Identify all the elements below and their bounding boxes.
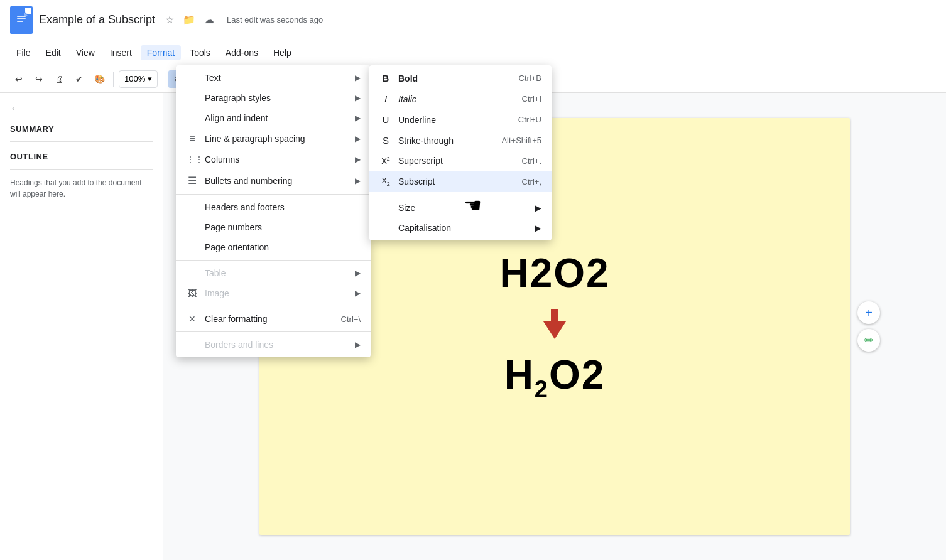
- format-menu-item-clear-formatting[interactable]: ✕ Clear formatting Ctrl+\: [176, 309, 371, 329]
- bold-label: Bold: [398, 73, 418, 83]
- borders-arrow: ▶: [355, 340, 361, 349]
- image-arrow: ▶: [355, 289, 361, 298]
- size-left: Size: [379, 203, 415, 213]
- underline-left: U Underline: [379, 114, 436, 125]
- subscript-left: X2 Subscript: [379, 176, 435, 187]
- cloud-icon[interactable]: ☁: [204, 14, 214, 26]
- image-icon: 🖼: [186, 288, 198, 298]
- underline-icon: U: [379, 114, 392, 125]
- columns-icon: ⋮⋮: [186, 154, 198, 164]
- strikethrough-left: S Strike-through: [379, 135, 454, 146]
- spellcheck-button[interactable]: ✔: [70, 70, 88, 88]
- align-indent-arrow: ▶: [355, 114, 361, 122]
- menu-format[interactable]: Format: [141, 45, 181, 60]
- page-numbers-label: Page numbers: [205, 222, 262, 232]
- paint-format-button[interactable]: 🎨: [90, 70, 108, 88]
- underline-shortcut: Ctrl+U: [518, 115, 541, 124]
- toolbar-divider-2: [163, 72, 163, 87]
- bullets-label: Bullets and numbering: [205, 176, 292, 186]
- format-menu-item-paragraph-styles[interactable]: Paragraph styles ▶: [176, 88, 371, 108]
- text-menu-item-capitalisation[interactable]: Capitalisation ▶: [369, 218, 552, 238]
- format-menu-item-page-numbers[interactable]: Page numbers: [176, 217, 371, 237]
- capitalisation-label: Capitalisation: [398, 223, 451, 233]
- text-menu-item-italic[interactable]: I Italic Ctrl+I: [369, 89, 552, 109]
- format-menu-item-line-spacing[interactable]: ≡ Line & paragraph spacing ▶: [176, 128, 371, 149]
- size-label: Size: [398, 203, 415, 213]
- text-menu-item-subscript[interactable]: X2 Subscript Ctrl+,: [369, 171, 552, 192]
- text-menu-item-size[interactable]: Size ▶: [369, 198, 552, 218]
- sidebar-divider-2: [10, 169, 153, 170]
- subscript-shortcut: Ctrl+,: [522, 177, 541, 186]
- menu-insert[interactable]: Insert: [104, 45, 138, 60]
- italic-label: Italic: [398, 94, 416, 104]
- bullets-left: ☰ Bullets and numbering: [186, 175, 292, 186]
- text-menu-item-bold[interactable]: B Bold Ctrl+B: [369, 68, 552, 89]
- table-label: Table: [205, 268, 226, 278]
- format-menu-item-image: 🖼 Image ▶: [176, 283, 371, 303]
- sidebar-hint: Headings that you add to the document wi…: [10, 177, 153, 200]
- bold-left: B Bold: [379, 73, 418, 83]
- zoom-arrow: ▾: [148, 74, 152, 83]
- sidebar-nav: ←: [10, 103, 153, 114]
- menu-edit[interactable]: Edit: [40, 45, 67, 60]
- image-label: Image: [205, 288, 229, 298]
- format-menu-item-align-indent[interactable]: Align and indent ▶: [176, 108, 371, 128]
- folder-icon[interactable]: 📁: [183, 14, 195, 26]
- paragraph-styles-left: Paragraph styles: [186, 93, 271, 103]
- text-menu-item-strikethrough[interactable]: S Strike-through Alt+Shift+5: [369, 130, 552, 151]
- menu-bar: File Edit View Insert Format Tools Add-o…: [0, 40, 946, 65]
- sidebar-summary-label: SUMMARY: [10, 124, 153, 134]
- last-edit: Last edit was seconds ago: [227, 15, 323, 24]
- italic-shortcut: Ctrl+I: [522, 94, 541, 104]
- clear-formatting-label: Clear formatting: [205, 314, 268, 324]
- text-menu-item-superscript[interactable]: X2 Superscript Ctrl+.: [369, 151, 552, 171]
- sidebar-back-arrow[interactable]: ←: [10, 103, 20, 114]
- doc-icon: [10, 6, 33, 34]
- columns-left: ⋮⋮ Columns: [186, 154, 239, 164]
- borders-label: Borders and lines: [205, 340, 273, 350]
- table-left: Table: [186, 268, 226, 278]
- toolbar-divider-1: [113, 72, 114, 87]
- format-menu-item-text-left: Text: [186, 73, 221, 83]
- sidebar: ← SUMMARY OUTLINE Headings that you add …: [0, 93, 163, 560]
- underline-label: Underline: [398, 115, 436, 125]
- format-menu-divider-4: [176, 331, 371, 332]
- text-submenu: B Bold Ctrl+B I Italic Ctrl+I U Underlin…: [369, 65, 552, 240]
- italic-icon: I: [379, 94, 392, 104]
- menu-help[interactable]: Help: [267, 45, 298, 60]
- paragraph-styles-arrow: ▶: [355, 94, 361, 102]
- size-arrow: ▶: [535, 203, 541, 213]
- clear-formatting-shortcut: Ctrl+\: [341, 315, 361, 324]
- format-menu-item-text[interactable]: Text ▶: [176, 68, 371, 88]
- side-actions: + ✏: [857, 301, 880, 352]
- format-menu-item-bullets[interactable]: ☰ Bullets and numbering ▶: [176, 170, 371, 191]
- align-indent-left: Align and indent: [186, 113, 268, 123]
- bullets-arrow: ▶: [355, 176, 361, 185]
- format-menu-item-columns[interactable]: ⋮⋮ Columns ▶: [176, 149, 371, 170]
- text-menu-item-underline[interactable]: U Underline Ctrl+U: [369, 109, 552, 130]
- undo-button[interactable]: ↩: [10, 70, 28, 88]
- bullets-icon: ☰: [186, 175, 198, 186]
- menu-view[interactable]: View: [70, 45, 101, 60]
- strikethrough-shortcut: Alt+Shift+5: [501, 136, 541, 145]
- suggest-edit-button[interactable]: ✏: [857, 329, 880, 352]
- redo-button[interactable]: ↪: [30, 70, 48, 88]
- add-comment-button[interactable]: +: [857, 301, 880, 324]
- columns-arrow: ▶: [355, 155, 361, 164]
- sidebar-outline-label: OUTLINE: [10, 152, 153, 161]
- format-menu-item-headers[interactable]: Headers and footers: [176, 197, 371, 217]
- print-button[interactable]: 🖨: [50, 70, 68, 88]
- table-arrow: ▶: [355, 269, 361, 277]
- format-menu-item-page-orientation[interactable]: Page orientation: [176, 237, 371, 257]
- line-spacing-arrow: ▶: [355, 134, 361, 143]
- strikethrough-label: Strike-through: [398, 136, 454, 146]
- menu-tools[interactable]: Tools: [183, 45, 217, 60]
- clear-formatting-left: ✕ Clear formatting: [186, 314, 268, 324]
- page-orientation-left: Page orientation: [186, 242, 269, 252]
- menu-addons[interactable]: Add-ons: [219, 45, 264, 60]
- zoom-selector[interactable]: 100% ▾: [119, 70, 158, 88]
- menu-file[interactable]: File: [10, 45, 37, 60]
- star-icon[interactable]: ☆: [165, 14, 174, 26]
- formula-container: H2O2 H2O2: [499, 250, 609, 403]
- bold-icon: B: [379, 73, 392, 83]
